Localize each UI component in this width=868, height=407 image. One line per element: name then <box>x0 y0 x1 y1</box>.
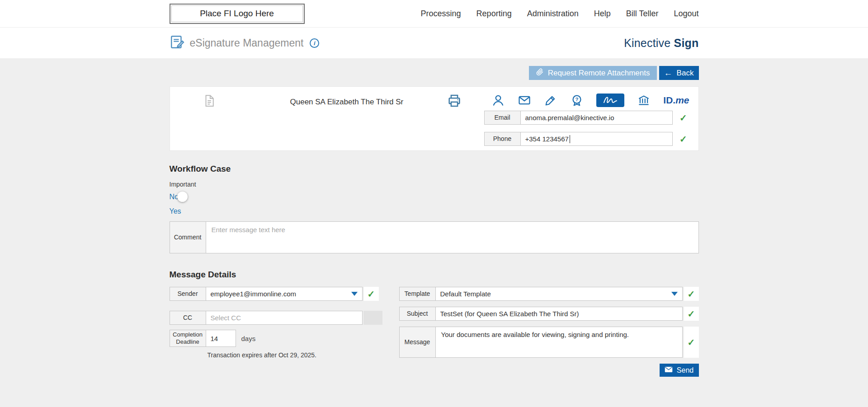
toggle-knob[interactable] <box>177 192 188 202</box>
sender-value: employee1@immonline.com <box>211 290 296 298</box>
bank-icon[interactable] <box>637 94 651 107</box>
phone-label: Phone <box>484 132 521 146</box>
main-content: Request Remote Attachments ← Back Queen … <box>0 58 868 407</box>
subject-input[interactable] <box>435 307 683 321</box>
phone-input[interactable]: +354 1234567 <box>520 132 673 146</box>
fi-logo-placeholder: Place FI Logo Here <box>170 4 305 24</box>
send-label: Send <box>677 366 693 374</box>
main-nav: Processing Reporting Administration Help… <box>421 9 699 19</box>
completion-deadline-label: Completion Deadline <box>170 330 206 347</box>
sender-row: Sender employee1@immonline.com ✓ <box>170 287 382 301</box>
recipient-name: Queen SA Elizabeth The Third Sr <box>290 98 404 107</box>
template-label: Template <box>399 287 436 301</box>
check-icon: ✓ <box>679 134 687 145</box>
check-icon: ✓ <box>368 289 375 299</box>
message-label: Message <box>399 327 436 358</box>
cc-input[interactable] <box>206 311 363 325</box>
recipient-card: Queen SA Elizabeth The Third Sr <box>170 86 699 151</box>
chevron-down-icon <box>671 292 678 296</box>
idme-me-text: me <box>675 95 689 105</box>
esignature-document-icon <box>170 34 185 51</box>
brand-logo: Kinective Sign <box>624 37 698 50</box>
nav-processing[interactable]: Processing <box>421 9 461 19</box>
cc-empty-status <box>363 311 382 325</box>
message-details-right: Template Default Template ✓ Subject ✓ <box>399 287 699 377</box>
text-caret <box>570 135 570 143</box>
email-row: Email ✓ <box>484 111 691 125</box>
email-label: Email <box>484 111 521 125</box>
cc-label: CC <box>170 311 206 325</box>
nav-help[interactable]: Help <box>594 9 611 19</box>
document-icon <box>203 94 216 109</box>
message-details-left: Sender employee1@immonline.com ✓ CC Com <box>170 287 382 359</box>
check-icon: ✓ <box>679 112 687 123</box>
message-row: Message Your documents are available for… <box>399 327 699 358</box>
template-row: Template Default Template ✓ <box>399 287 699 301</box>
completion-deadline-input[interactable] <box>206 330 236 347</box>
topbar: Place FI Logo Here Processing Reporting … <box>0 0 868 28</box>
message-valid-status: ✓ <box>684 327 699 358</box>
send-row: Send <box>399 364 699 377</box>
sender-valid-status: ✓ <box>364 287 379 301</box>
check-icon: ✓ <box>688 289 695 299</box>
template-valid-status: ✓ <box>684 287 699 301</box>
svg-text:?: ? <box>576 97 579 102</box>
actions-row: Request Remote Attachments ← Back <box>170 66 699 80</box>
email-input[interactable] <box>520 111 673 125</box>
idme-logo[interactable]: ID.me <box>663 95 689 106</box>
subject-row: Subject ✓ <box>399 307 699 321</box>
back-label: Back <box>677 69 694 78</box>
important-option-yes[interactable]: Yes <box>170 207 188 215</box>
person-icon[interactable] <box>491 94 505 107</box>
check-icon: ✓ <box>688 337 695 348</box>
comment-row: Comment <box>170 221 699 253</box>
send-envelope-icon <box>665 366 673 374</box>
chevron-down-icon <box>351 292 358 296</box>
paperclip-icon <box>536 68 544 78</box>
cc-row: CC <box>170 311 382 325</box>
template-value: Default Template <box>440 290 491 298</box>
idme-id-text: ID. <box>663 95 675 105</box>
request-remote-attachments-button[interactable]: Request Remote Attachments <box>529 66 657 80</box>
subject-label: Subject <box>399 307 436 321</box>
expiration-note: Transaction expires after Oct 29, 2025. <box>208 351 382 359</box>
print-icon[interactable] <box>447 93 462 110</box>
subject-valid-status: ✓ <box>684 307 699 321</box>
workflow-case-title: Workflow Case <box>170 164 699 174</box>
phone-value-text: +354 1234567 <box>525 135 569 143</box>
important-label: Important <box>170 181 699 188</box>
check-icon: ✓ <box>688 309 695 319</box>
back-arrow-icon: ← <box>664 69 673 77</box>
message-details-columns: Sender employee1@immonline.com ✓ CC Com <box>170 287 699 377</box>
signature-pen-icon[interactable] <box>544 94 557 107</box>
message-textarea[interactable]: Your documents are available for viewing… <box>435 327 683 358</box>
phone-valid-status: ✓ <box>676 132 691 146</box>
email-icon[interactable] <box>518 94 531 107</box>
fi-logo-text: Place FI Logo Here <box>200 9 274 19</box>
sender-label: Sender <box>170 287 206 301</box>
nav-logout[interactable]: Logout <box>674 9 698 19</box>
days-unit-label: days <box>241 335 256 342</box>
back-button[interactable]: ← Back <box>659 66 699 80</box>
page-header: eSignature Management i Kinective Sign <box>0 28 868 58</box>
brand-primary: Kinective <box>624 37 670 49</box>
info-icon[interactable]: i <box>310 38 319 48</box>
nav-user-bill-teller[interactable]: Bill Teller <box>626 9 659 19</box>
send-button[interactable]: Send <box>660 364 699 377</box>
delivery-method-row: ? ID.me <box>491 91 689 109</box>
completion-deadline-row: Completion Deadline days <box>170 330 382 347</box>
nav-administration[interactable]: Administration <box>527 9 579 19</box>
important-toggle-no[interactable]: No <box>170 193 179 201</box>
selected-method-signature-icon[interactable] <box>596 94 624 107</box>
page-title: eSignature Management <box>190 37 304 49</box>
email-valid-status: ✓ <box>676 111 691 125</box>
sender-select[interactable]: employee1@immonline.com <box>206 287 363 301</box>
comment-textarea[interactable] <box>206 221 699 253</box>
comment-label: Comment <box>170 221 206 253</box>
phone-row: Phone +354 1234567 ✓ <box>484 132 691 146</box>
nav-reporting[interactable]: Reporting <box>476 9 512 19</box>
brand-secondary: Sign <box>674 37 699 49</box>
message-details-title: Message Details <box>170 270 699 280</box>
kba-question-badge-icon[interactable]: ? <box>570 94 584 107</box>
template-select[interactable]: Default Template <box>435 287 683 301</box>
